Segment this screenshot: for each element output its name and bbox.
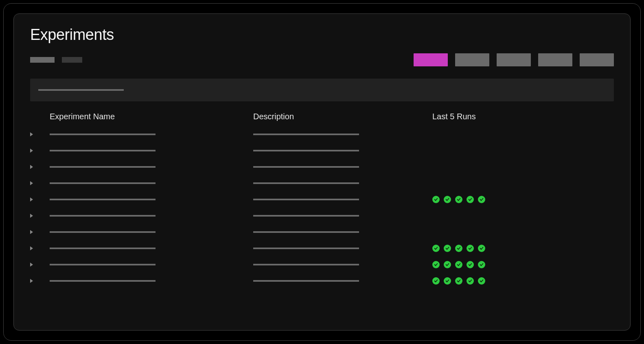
- experiment-name-skeleton: [50, 150, 156, 151]
- expand-toggle[interactable]: [30, 279, 50, 283]
- caret-right-icon: [30, 214, 33, 218]
- experiment-description-skeleton: [253, 231, 359, 233]
- experiments-table-body: [30, 131, 614, 284]
- action-button-3[interactable]: [497, 53, 531, 66]
- experiment-name-skeleton: [50, 248, 156, 249]
- experiment-description-cell: [253, 248, 432, 249]
- action-button-5[interactable]: [580, 53, 614, 66]
- experiment-description-skeleton: [253, 150, 359, 151]
- experiment-description-cell: [253, 280, 432, 282]
- experiment-name-cell: [50, 215, 253, 217]
- experiment-name-skeleton: [50, 166, 156, 168]
- experiment-name-skeleton: [50, 215, 156, 217]
- caret-right-icon: [30, 230, 33, 234]
- experiment-name-cell: [50, 166, 253, 168]
- last-runs-cell: [432, 277, 614, 285]
- caret-right-icon: [30, 149, 33, 153]
- run-status-success-icon: [478, 261, 485, 268]
- run-status-success-icon: [455, 261, 462, 268]
- run-status-success-icon: [432, 261, 440, 268]
- experiment-name-skeleton: [50, 182, 156, 184]
- experiment-description-skeleton: [253, 182, 359, 184]
- caret-right-icon: [30, 132, 33, 136]
- column-header-last-runs: Last 5 Runs: [432, 112, 614, 121]
- table-row[interactable]: [30, 147, 614, 154]
- experiment-name-cell: [50, 150, 253, 151]
- table-header: Experiment Name Description Last 5 Runs: [30, 112, 614, 131]
- experiment-description-cell: [253, 134, 432, 135]
- action-button-4[interactable]: [538, 53, 572, 66]
- run-status-success-icon: [467, 196, 474, 203]
- experiment-description-cell: [253, 166, 432, 168]
- action-button-1[interactable]: [414, 53, 448, 66]
- experiment-description-skeleton: [253, 264, 359, 265]
- experiment-name-cell: [50, 182, 253, 184]
- experiment-description-skeleton: [253, 248, 359, 249]
- experiment-name-cell: [50, 248, 253, 249]
- caret-right-icon: [30, 246, 33, 250]
- search-placeholder-skeleton: [38, 89, 124, 91]
- page-title: Experiments: [30, 26, 614, 44]
- experiment-description-skeleton: [253, 280, 359, 282]
- run-status-success-icon: [432, 196, 440, 203]
- experiment-description-cell: [253, 199, 432, 200]
- outer-frame: Experiments Experiment Name Description …: [3, 3, 641, 341]
- expand-toggle[interactable]: [30, 214, 50, 218]
- toolbar: [30, 53, 614, 66]
- last-runs-cell: [432, 196, 614, 203]
- run-status-success-icon: [478, 245, 485, 252]
- expand-toggle[interactable]: [30, 246, 50, 250]
- action-button-2[interactable]: [455, 53, 489, 66]
- expand-toggle[interactable]: [30, 181, 50, 185]
- run-status-success-icon: [432, 245, 440, 252]
- experiment-name-cell: [50, 199, 253, 200]
- expand-toggle[interactable]: [30, 197, 50, 202]
- table-row[interactable]: [30, 196, 614, 203]
- caret-right-icon: [30, 165, 33, 169]
- table-row[interactable]: [30, 229, 614, 235]
- app-window: Experiments Experiment Name Description …: [13, 13, 631, 331]
- experiment-description-cell: [253, 264, 432, 265]
- caret-right-icon: [30, 197, 33, 202]
- expand-toggle[interactable]: [30, 149, 50, 153]
- search-input[interactable]: [30, 79, 614, 101]
- column-header-description: Description: [253, 112, 432, 121]
- filter-chip-1[interactable]: [30, 57, 55, 63]
- caret-right-icon: [30, 279, 33, 283]
- expand-toggle[interactable]: [30, 165, 50, 169]
- run-status-success-icon: [467, 261, 474, 268]
- experiment-name-skeleton: [50, 231, 156, 233]
- table-row[interactable]: [30, 131, 614, 138]
- caret-right-icon: [30, 263, 33, 267]
- caret-right-icon: [30, 181, 33, 185]
- experiment-description-skeleton: [253, 199, 359, 200]
- experiment-description-skeleton: [253, 215, 359, 217]
- table-row[interactable]: [30, 164, 614, 170]
- experiment-description-cell: [253, 150, 432, 151]
- filter-chips: [30, 57, 82, 63]
- experiment-name-skeleton: [50, 280, 156, 282]
- experiment-name-cell: [50, 231, 253, 233]
- expand-toggle[interactable]: [30, 132, 50, 136]
- column-header-name: Experiment Name: [50, 112, 253, 121]
- table-row[interactable]: [30, 213, 614, 219]
- table-row[interactable]: [30, 278, 614, 284]
- experiment-name-cell: [50, 134, 253, 135]
- run-status-success-icon: [455, 277, 462, 285]
- run-status-success-icon: [444, 245, 451, 252]
- run-status-success-icon: [444, 196, 451, 203]
- run-status-success-icon: [478, 277, 485, 285]
- table-row[interactable]: [30, 261, 614, 268]
- run-status-success-icon: [444, 277, 451, 285]
- experiment-name-cell: [50, 264, 253, 265]
- expand-toggle[interactable]: [30, 230, 50, 234]
- filter-chip-2[interactable]: [62, 57, 82, 63]
- table-row[interactable]: [30, 245, 614, 252]
- last-runs-cell: [432, 261, 614, 268]
- run-status-success-icon: [455, 245, 462, 252]
- table-row[interactable]: [30, 180, 614, 186]
- run-status-success-icon: [467, 245, 474, 252]
- experiment-name-skeleton: [50, 264, 156, 265]
- experiment-description-cell: [253, 182, 432, 184]
- expand-toggle[interactable]: [30, 263, 50, 267]
